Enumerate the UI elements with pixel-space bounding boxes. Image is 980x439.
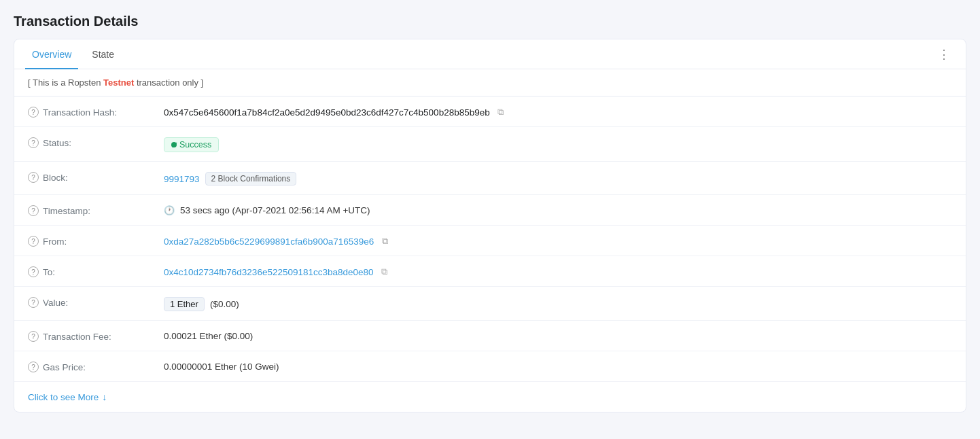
gas-price-value: 0.00000001 Ether (10 Gwei) [164,362,279,372]
help-icon-from[interactable]: ? [28,236,39,247]
page-title: Transaction Details [14,14,966,29]
row-from: ? From: 0xda27a282b5b6c5229699891cfa6b90… [14,226,966,256]
label-gas-price: ? Gas Price: [28,360,164,372]
help-icon-to[interactable]: ? [28,266,39,277]
status-badge: ✔ Success [164,137,219,152]
status-label: Status: [43,138,71,148]
banner-prefix: [ This is a Ropsten [28,77,103,88]
row-tx-hash: ? Transaction Hash: 0x547c5e645600f1a7b8… [14,96,966,127]
timestamp-value: 53 secs ago (Apr-07-2021 02:56:14 AM +UT… [180,205,370,215]
tx-hash-label: Transaction Hash: [43,107,117,118]
ether-value-badge: 1 Ether [164,297,205,311]
label-status: ? Status: [28,136,164,148]
block-number-link[interactable]: 9991793 [164,174,200,184]
row-status: ? Status: ✔ Success [14,127,966,162]
click-more-row: Click to see More ↓ [14,382,966,412]
label-from: ? From: [28,234,164,247]
clock-icon: 🕐 [164,205,175,215]
timestamp-label: Timestamp: [43,206,90,216]
status-value-col: ✔ Success [164,136,952,152]
more-options-button[interactable]: ⋮ [934,40,955,69]
gas-price-label: Gas Price: [43,362,86,372]
tab-state[interactable]: State [85,39,121,69]
arrow-down-icon: ↓ [102,391,107,402]
tabs-bar: Overview State ⋮ [14,39,966,69]
tab-overview[interactable]: Overview [25,39,78,69]
help-icon-status[interactable]: ? [28,137,39,148]
copy-tx-hash-button[interactable]: ⧉ [495,107,506,118]
click-more-link[interactable]: Click to see More ↓ [28,391,107,402]
row-value: ? Value: 1 Ether ($0.00) [14,287,966,321]
block-value-col: 9991793 2 Block Confirmations [164,171,952,186]
copy-to-button[interactable]: ⧉ [379,266,390,277]
row-block: ? Block: 9991793 2 Block Confirmations [14,162,966,195]
from-address-link[interactable]: 0xda27a282b5b6c5229699891cfa6b900a716539… [164,236,374,247]
label-tx-hash: ? Transaction Hash: [28,105,164,118]
label-value: ? Value: [28,296,164,308]
status-text: Success [179,140,211,150]
value-value-col: 1 Ether ($0.00) [164,296,952,311]
testnet-label: Testnet [103,77,134,88]
block-label: Block: [43,173,68,183]
help-icon-tx-hash[interactable]: ? [28,107,39,118]
tx-fee-value-col: 0.00021 Ether ($0.00) [164,330,952,341]
label-timestamp: ? Timestamp: [28,204,164,216]
tx-hash-value: 0x547c5e645600f1a7b84cf2a0e5d2d9495e0bd2… [164,107,490,118]
help-icon-value[interactable]: ? [28,297,39,308]
tx-hash-value-col: 0x547c5e645600f1a7b84cf2a0e5d2d9495e0bd2… [164,105,952,118]
label-block: ? Block: [28,171,164,183]
ropsten-banner: [ This is a Ropsten Testnet transaction … [14,69,966,96]
usd-value: ($0.00) [210,299,239,309]
row-timestamp: ? Timestamp: 🕐 53 secs ago (Apr-07-2021 … [14,195,966,226]
help-icon-timestamp[interactable]: ? [28,205,39,216]
label-tx-fee: ? Transaction Fee: [28,330,164,342]
gas-price-value-col: 0.00000001 Ether (10 Gwei) [164,360,952,372]
banner-suffix: transaction only ] [134,77,203,88]
from-value-col: 0xda27a282b5b6c5229699891cfa6b900a716539… [164,234,952,247]
to-label: To: [43,267,55,277]
label-to: ? To: [28,265,164,277]
row-gas-price: ? Gas Price: 0.00000001 Ether (10 Gwei) [14,351,966,382]
to-address-link[interactable]: 0x4c10d2734fb76d3236e522509181cc3ba8de0e… [164,267,374,277]
timestamp-value-col: 🕐 53 secs ago (Apr-07-2021 02:56:14 AM +… [164,204,952,215]
from-label: From: [43,236,67,247]
confirmations-badge: 2 Block Confirmations [205,172,297,186]
tx-fee-label: Transaction Fee: [43,332,111,342]
help-icon-gas-price[interactable]: ? [28,362,39,372]
status-dot-icon: ✔ [171,142,177,147]
copy-from-button[interactable]: ⧉ [379,236,390,247]
row-tx-fee: ? Transaction Fee: 0.00021 Ether ($0.00) [14,321,966,351]
help-icon-block[interactable]: ? [28,172,39,183]
click-more-label: Click to see More [28,392,99,402]
transaction-card: Overview State ⋮ [ This is a Ropsten Tes… [14,39,966,412]
help-icon-tx-fee[interactable]: ? [28,331,39,342]
value-label: Value: [43,298,68,308]
tx-fee-value: 0.00021 Ether ($0.00) [164,331,253,341]
row-to: ? To: 0x4c10d2734fb76d3236e522509181cc3b… [14,256,966,287]
to-value-col: 0x4c10d2734fb76d3236e522509181cc3ba8de0e… [164,265,952,277]
